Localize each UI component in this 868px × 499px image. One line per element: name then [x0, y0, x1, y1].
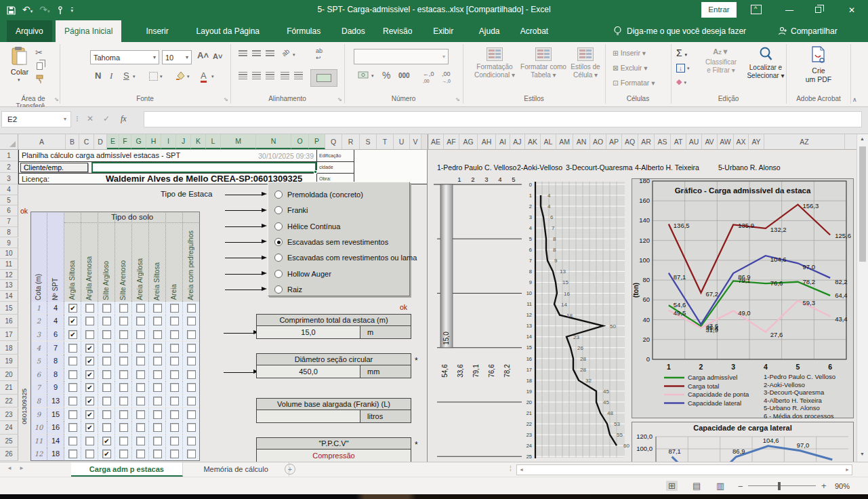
page-layout-view-icon[interactable]: ▤ — [693, 481, 701, 491]
soil-checkbox-5-1[interactable]: ✔ — [85, 370, 94, 379]
tab-p-gina-inicial[interactable]: Página Inicial — [56, 20, 121, 42]
soil-checkbox-4-4[interactable] — [136, 357, 145, 365]
soil-checkbox-0-4[interactable] — [136, 304, 145, 313]
wrap-text-icon[interactable]: ab↩ — [316, 47, 323, 61]
underline-button[interactable]: S — [123, 71, 129, 81]
soil-checkbox-11-3[interactable] — [119, 450, 128, 458]
field-value-1[interactable]: 450,0 — [256, 365, 360, 378]
accounting-format-icon[interactable] — [358, 71, 370, 80]
sheet-nav-next-icon[interactable]: ► — [19, 465, 24, 471]
soil-checkbox-8-2[interactable] — [102, 410, 111, 419]
soil-checkbox-10-5[interactable] — [153, 437, 162, 445]
col-header-AX[interactable]: AX — [734, 134, 749, 149]
bold-button[interactable]: N — [95, 71, 101, 81]
orientation-icon[interactable]: ab — [281, 47, 291, 58]
page-break-view-icon[interactable]: ▥ — [716, 481, 724, 491]
col-header-AT[interactable]: AT — [671, 134, 686, 149]
soil-checkbox-4-7[interactable] — [187, 357, 196, 365]
col-header-N[interactable]: N — [256, 134, 291, 149]
find-select-button[interactable]: Localizar eSelecionar ▾ — [743, 46, 789, 80]
col-header-AI[interactable]: AI — [496, 134, 510, 149]
soil-checkbox-11-2[interactable]: ✔ — [102, 450, 111, 458]
col-header-AP[interactable]: AP — [606, 134, 622, 149]
soil-checkbox-7-3[interactable] — [119, 397, 128, 405]
row-header-9[interactable]: 9 — [0, 238, 18, 249]
soil-checkbox-2-4[interactable] — [136, 330, 145, 339]
align-left-icon[interactable] — [239, 72, 247, 79]
soil-checkbox-11-6[interactable] — [170, 450, 179, 458]
col-header-AQ[interactable]: AQ — [622, 134, 638, 149]
soil-checkbox-3-6[interactable] — [170, 344, 179, 353]
tab-acrobat[interactable]: Acrobat — [512, 20, 557, 42]
clear-icon[interactable]: ◆ ▾ — [676, 77, 686, 86]
col-header-J[interactable]: J — [176, 134, 191, 149]
col-header-S[interactable]: S — [360, 134, 377, 149]
scroll-down-icon[interactable]: ▼ — [860, 452, 865, 456]
col-header-AR[interactable]: AR — [638, 134, 655, 149]
percent-style-icon[interactable]: % — [382, 70, 390, 81]
row-header-26[interactable]: 26 — [0, 447, 18, 461]
soil-checkbox-2-0[interactable]: ✔ — [68, 330, 77, 339]
zoom-level[interactable]: 90% — [835, 482, 850, 490]
hscroll-right-icon[interactable]: ► — [845, 467, 850, 472]
row-header-5[interactable]: 5 — [0, 195, 18, 206]
col-header-D[interactable]: D — [94, 134, 107, 149]
radio-hollow-auger[interactable] — [274, 270, 283, 278]
soil-checkbox-10-6[interactable] — [170, 437, 179, 445]
soil-checkbox-2-2[interactable] — [102, 330, 111, 339]
soil-checkbox-9-1[interactable]: ✔ — [85, 423, 94, 432]
col-header-Q[interactable]: Q — [325, 134, 342, 149]
row-header-22[interactable]: 22 — [0, 395, 18, 408]
col-header-U[interactable]: U — [394, 134, 410, 149]
col-header-AY[interactable]: AY — [749, 134, 764, 149]
soil-checkbox-4-2[interactable] — [102, 357, 111, 365]
tab-ajuda[interactable]: Ajuda — [470, 20, 509, 42]
soil-checkbox-0-5[interactable] — [153, 304, 162, 313]
minimize-button[interactable]: — — [778, 0, 801, 20]
soil-checkbox-4-3[interactable] — [119, 357, 128, 365]
vertical-scrollbar[interactable]: ▲ ▼ — [856, 134, 868, 462]
cut-icon[interactable]: ✂ — [35, 47, 43, 58]
col-header-AM[interactable]: AM — [556, 134, 573, 149]
col-header-AN[interactable]: AN — [573, 134, 590, 149]
scroll-up-icon[interactable]: ▲ — [860, 136, 865, 141]
sheet-tab-carga-adm-p-estacas[interactable]: Carga adm p estacas — [71, 462, 183, 477]
share-button[interactable]: Compartilhar — [791, 26, 838, 36]
soil-checkbox-2-1[interactable] — [85, 330, 94, 339]
soil-checkbox-7-7[interactable] — [187, 397, 196, 405]
soil-checkbox-4-1[interactable]: ✔ — [85, 357, 94, 365]
col-header-AZ[interactable]: AZ — [764, 134, 845, 149]
soil-checkbox-5-2[interactable] — [102, 370, 111, 379]
soil-checkbox-6-1[interactable]: ✔ — [85, 383, 94, 392]
row-header-4[interactable]: 4 — [0, 184, 18, 195]
soil-checkbox-1-0[interactable]: ✔ — [68, 317, 77, 325]
soil-checkbox-1-4[interactable] — [136, 317, 145, 325]
selected-cell-e2[interactable] — [91, 162, 316, 173]
orientation-dropdown-icon[interactable]: ▾ — [293, 52, 295, 58]
autosum-icon[interactable]: Σ ▾ — [676, 47, 687, 58]
row-header-1[interactable]: 1 — [0, 150, 18, 161]
soil-checkbox-2-7[interactable] — [187, 330, 196, 339]
soil-checkbox-7-2[interactable] — [102, 397, 111, 405]
splitter-dots[interactable]: ⁞ — [510, 465, 512, 473]
italic-button[interactable]: I — [110, 71, 112, 81]
soil-checkbox-3-7[interactable] — [187, 344, 196, 353]
col-header-T[interactable]: T — [377, 134, 394, 149]
font-dialog-launcher-icon[interactable]: ⇘ — [224, 96, 228, 102]
comma-style-icon[interactable]: 000 — [398, 72, 410, 79]
copy-icon[interactable] — [37, 62, 43, 70]
col-header-P[interactable]: P — [309, 134, 325, 149]
field-value-0[interactable]: 15,0 — [256, 326, 360, 339]
soil-checkbox-0-6[interactable] — [170, 304, 179, 313]
soil-checkbox-3-2[interactable] — [102, 344, 111, 353]
decrease-indent-icon[interactable] — [281, 72, 289, 79]
soil-checkbox-6-7[interactable] — [187, 383, 196, 392]
soil-checkbox-3-5[interactable] — [153, 344, 162, 353]
col-header-O[interactable]: O — [291, 134, 309, 149]
alignment-dialog-launcher-icon[interactable]: ⇘ — [337, 96, 342, 102]
soil-checkbox-7-0[interactable] — [68, 397, 77, 405]
paste-button[interactable]: Colar — [7, 68, 33, 76]
soil-checkbox-8-0[interactable] — [68, 410, 77, 419]
row-header-12[interactable]: 12 — [0, 270, 18, 281]
horizontal-scrollbar[interactable]: ◄ ► — [516, 464, 852, 475]
